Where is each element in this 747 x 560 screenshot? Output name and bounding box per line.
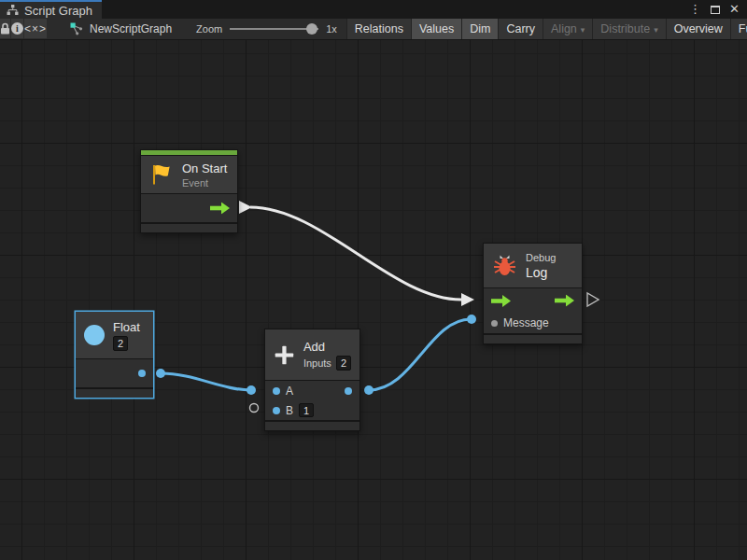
flow-input-port[interactable] bbox=[491, 295, 511, 307]
wires-layer bbox=[0, 40, 747, 560]
script-graph-window: Script Graph ⋮ ✕ i <×> bbox=[0, 0, 747, 560]
zoom-value: 1x bbox=[326, 23, 337, 35]
toolbar-toggle-buttons: Relations Values Dim Carry Align ▾ Distr… bbox=[346, 19, 747, 39]
zoom-label: Zoom bbox=[196, 23, 222, 35]
tab-script-graph[interactable]: Script Graph bbox=[0, 0, 102, 19]
node-footer bbox=[76, 389, 153, 398]
node-float[interactable]: Float 2 bbox=[75, 311, 154, 399]
add-b-input-port[interactable] bbox=[273, 407, 280, 414]
node-footer bbox=[484, 335, 582, 343]
port-row-a: A bbox=[265, 381, 359, 400]
dim-button[interactable]: Dim bbox=[461, 19, 498, 39]
add-a-input-port[interactable] bbox=[273, 387, 280, 395]
message-port-row: Message bbox=[484, 313, 582, 333]
float-output-port[interactable] bbox=[138, 370, 146, 377]
inputs-count-field[interactable]: 2 bbox=[336, 356, 351, 371]
float-ports bbox=[76, 359, 153, 387]
tab-bar: Script Graph ⋮ ✕ bbox=[0, 0, 747, 19]
debug-log-header: Debug Log bbox=[484, 244, 582, 287]
window-controls: ⋮ ✕ bbox=[689, 0, 747, 19]
on-start-ports bbox=[141, 194, 237, 222]
graph-name-label: NewScriptGraph bbox=[90, 22, 172, 35]
node-title: Add bbox=[303, 340, 351, 354]
log-output-unconnected-arrow[interactable] bbox=[587, 293, 599, 306]
float-type-icon bbox=[84, 325, 105, 345]
zoom-control: Zoom 1x bbox=[196, 19, 337, 39]
float-value-field[interactable]: 2 bbox=[113, 336, 128, 351]
message-input-port[interactable] bbox=[491, 320, 498, 327]
node-title: Log bbox=[526, 265, 556, 280]
on-start-header: On Start Event bbox=[141, 156, 237, 193]
lock-icon bbox=[0, 22, 10, 35]
overview-button[interactable]: Overview bbox=[666, 19, 730, 39]
zoom-slider-handle[interactable] bbox=[306, 23, 317, 35]
tab-title: Script Graph bbox=[24, 4, 92, 18]
log-input-arrowhead bbox=[461, 293, 474, 306]
port-row-b: B 1 bbox=[265, 400, 359, 420]
kebab-menu-icon[interactable]: ⋮ bbox=[689, 0, 701, 19]
wire-add-to-message[interactable] bbox=[369, 319, 471, 390]
b-value-field[interactable]: 1 bbox=[299, 403, 314, 417]
bug-icon bbox=[492, 254, 517, 277]
chevron-down-icon: ▾ bbox=[654, 25, 658, 35]
node-title: Float bbox=[113, 320, 140, 334]
close-icon[interactable]: ✕ bbox=[729, 0, 740, 19]
flow-output-port[interactable] bbox=[210, 203, 230, 215]
node-add[interactable]: Add Inputs 2 A B 1 bbox=[264, 329, 360, 431]
carry-button[interactable]: Carry bbox=[498, 19, 543, 39]
inputs-label: Inputs bbox=[303, 357, 331, 369]
message-port-label: Message bbox=[503, 316, 549, 329]
wire-float-to-add[interactable] bbox=[161, 373, 250, 390]
node-subtitle: Debug bbox=[526, 252, 556, 263]
plus-icon bbox=[274, 343, 295, 368]
code-icon: <×> bbox=[24, 22, 47, 35]
add-header: Add Inputs 2 bbox=[265, 329, 359, 380]
code-button[interactable]: <×> bbox=[24, 19, 47, 38]
flow-output-port[interactable] bbox=[555, 295, 574, 307]
chevron-down-icon: ▾ bbox=[581, 25, 585, 35]
graph-hierarchy-icon bbox=[7, 5, 19, 16]
port-b-label: B bbox=[286, 404, 293, 417]
wire-onstart-to-log[interactable] bbox=[250, 207, 461, 300]
graph-toolbar: i <×> NewScriptGraph Zoom 1x Relatio bbox=[0, 19, 747, 40]
info-button[interactable]: i bbox=[11, 19, 23, 38]
zoom-slider[interactable] bbox=[230, 23, 318, 35]
graph-name-group[interactable]: NewScriptGraph bbox=[70, 19, 172, 39]
add-ports: A B 1 bbox=[265, 381, 359, 420]
graph-node-icon bbox=[70, 22, 83, 35]
info-icon: i bbox=[11, 22, 23, 35]
fullscreen-button[interactable]: Full Screen bbox=[730, 19, 747, 39]
event-accent-bar bbox=[141, 150, 237, 155]
align-dropdown: Align ▾ bbox=[543, 19, 592, 39]
distribute-dropdown: Distribute ▾ bbox=[592, 19, 665, 39]
debug-log-ports: Message bbox=[484, 288, 582, 333]
flag-icon bbox=[149, 162, 174, 187]
node-subtitle: Event bbox=[182, 177, 227, 189]
relations-button[interactable]: Relations bbox=[346, 19, 411, 39]
flow-port-row bbox=[484, 288, 582, 313]
node-footer bbox=[141, 224, 237, 232]
graph-canvas[interactable]: On Start Event bbox=[0, 40, 747, 560]
maximize-icon[interactable] bbox=[711, 6, 720, 14]
onstart-output-arrow bbox=[239, 201, 252, 214]
node-footer bbox=[265, 422, 359, 430]
add-b-unconnected-port[interactable] bbox=[250, 404, 259, 413]
port-a-label: A bbox=[286, 385, 293, 398]
node-debug-log[interactable]: Debug Log Message bbox=[483, 243, 583, 344]
node-title: On Start bbox=[182, 161, 227, 175]
lock-button[interactable] bbox=[0, 19, 10, 38]
zoom-slider-track[interactable] bbox=[230, 28, 318, 30]
add-sum-output-port[interactable] bbox=[345, 387, 352, 395]
values-button[interactable]: Values bbox=[411, 19, 461, 39]
float-header: Float 2 bbox=[76, 312, 153, 358]
node-on-start[interactable]: On Start Event bbox=[140, 149, 238, 233]
